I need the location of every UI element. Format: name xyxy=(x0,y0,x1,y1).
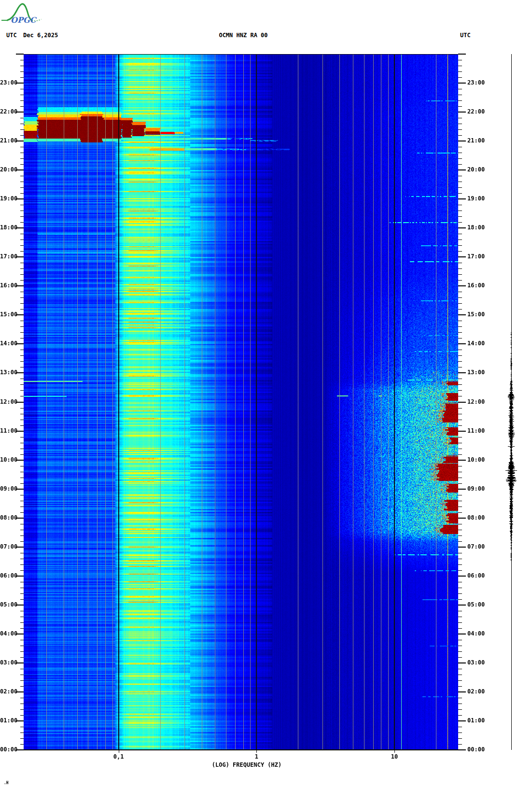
hour-label-left: 01:00 xyxy=(0,717,15,724)
hour-label-right: 20:00 xyxy=(467,166,489,173)
hour-label-right: 02:00 xyxy=(467,688,489,695)
hour-label-left: 20:00 xyxy=(0,166,15,173)
hour-label-left: 05:00 xyxy=(0,601,15,608)
hour-label-right: 08:00 xyxy=(467,514,489,521)
hour-label-left: 00:00 xyxy=(0,746,15,753)
hour-label-right: 19:00 xyxy=(467,195,489,202)
hour-label-right: 17:00 xyxy=(467,253,489,260)
hour-label-right: 04:00 xyxy=(467,630,489,637)
hour-label-left: 15:00 xyxy=(0,311,15,318)
hour-label-right: 10:00 xyxy=(467,456,489,464)
helicorder-trace-canvas xyxy=(500,54,523,750)
hour-label-left: 23:00 xyxy=(0,79,15,86)
hour-label-left: 18:00 xyxy=(0,224,15,231)
hour-label-right: 06:00 xyxy=(467,572,489,579)
hour-label-left: 11:00 xyxy=(0,427,15,435)
hour-label-right: 09:00 xyxy=(467,485,489,493)
axes-ticks-canvas xyxy=(0,0,532,789)
hour-label-right: 05:00 xyxy=(467,601,489,608)
hour-label-left: 04:00 xyxy=(0,630,15,637)
hour-label-right: 12:00 xyxy=(467,398,489,406)
freq-tick-label: 0,1 xyxy=(108,753,129,761)
hour-label-right: 15:00 xyxy=(467,311,489,318)
hour-label-left: 12:00 xyxy=(0,398,15,406)
freq-tick-label: 10 xyxy=(384,753,405,761)
hour-label-right: 14:00 xyxy=(467,340,489,347)
hour-label-left: 08:00 xyxy=(0,514,15,521)
hour-label-left: 17:00 xyxy=(0,253,15,260)
hour-label-right: 13:00 xyxy=(467,369,489,376)
hour-label-left: 13:00 xyxy=(0,369,15,376)
hour-label-left: 03:00 xyxy=(0,659,15,666)
hour-label-left: 02:00 xyxy=(0,688,15,695)
hour-label-right: 22:00 xyxy=(467,108,489,115)
hour-label-left: 10:00 xyxy=(0,456,15,464)
hour-label-right: 21:00 xyxy=(467,137,489,144)
spectrogram-page: OPGC UTC Dec 6,2025 OCMN HNZ RA 00 UTC 2… xyxy=(0,0,532,789)
hour-label-left: 07:00 xyxy=(0,543,15,550)
hour-label-right: 01:00 xyxy=(467,717,489,724)
hour-label-right: 00:00 xyxy=(467,746,489,753)
hour-label-right: 07:00 xyxy=(467,543,489,550)
hour-label-left: 16:00 xyxy=(0,282,15,289)
hour-label-left: 06:00 xyxy=(0,572,15,579)
hour-label-right: 18:00 xyxy=(467,224,489,231)
freq-tick-label: 1 xyxy=(246,753,267,761)
hour-label-right: 03:00 xyxy=(467,659,489,666)
hour-label-left: 14:00 xyxy=(0,340,15,347)
hour-label-right: 11:00 xyxy=(467,427,489,435)
hour-label-right: 16:00 xyxy=(467,282,489,289)
corner-mark: .H xyxy=(4,781,9,785)
hour-label-left: 21:00 xyxy=(0,137,15,144)
hour-label-right: 23:00 xyxy=(467,79,489,86)
hour-label-left: 19:00 xyxy=(0,195,15,202)
hour-label-left: 09:00 xyxy=(0,485,15,493)
x-axis-label: (LOG) FREQUENCY (HZ) xyxy=(174,761,319,769)
hour-label-left: 22:00 xyxy=(0,108,15,115)
